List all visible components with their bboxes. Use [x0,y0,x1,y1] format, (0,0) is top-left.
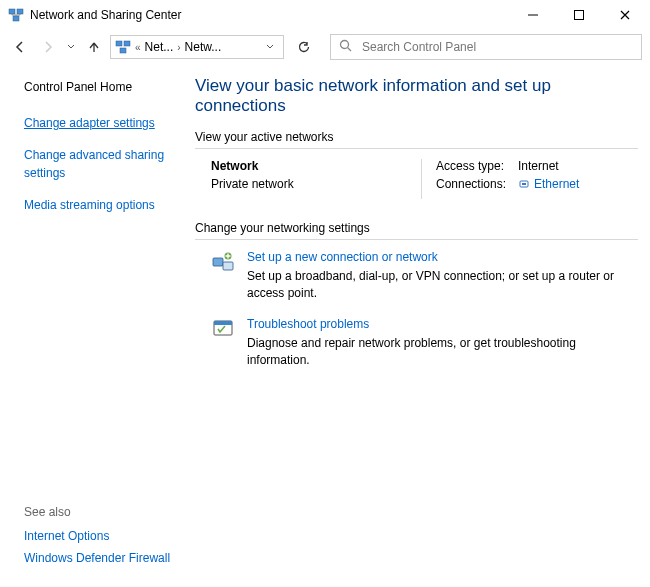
network-center-icon [115,39,131,55]
media-streaming-link[interactable]: Media streaming options [24,196,184,214]
titlebar: Network and Sharing Center [0,0,650,30]
svg-line-9 [348,48,352,52]
task-troubleshoot: Troubleshoot problems Diagnose and repai… [211,317,638,370]
task-setup-connection: Set up a new connection or network Set u… [211,250,638,303]
maximize-button[interactable] [556,0,602,30]
forward-button[interactable] [36,35,60,59]
svg-rect-16 [214,321,232,325]
svg-rect-0 [9,9,15,14]
change-adapter-settings-link[interactable]: Change adapter settings [24,114,184,132]
svg-rect-1 [17,9,23,14]
ethernet-icon [518,178,530,190]
recent-dropdown[interactable] [64,35,78,59]
troubleshoot-desc: Diagnose and repair network problems, or… [247,335,634,370]
network-name: Network [211,159,421,173]
windows-defender-firewall-link[interactable]: Windows Defender Firewall [24,551,170,565]
troubleshoot-icon [211,317,235,341]
svg-rect-13 [223,262,233,270]
divider [195,239,638,240]
connection-link[interactable]: Ethernet [518,177,579,191]
refresh-button[interactable] [290,35,318,59]
main-content: View your basic network information and … [195,64,650,587]
chevron-right-icon: › [177,42,180,53]
change-networking-label: Change your networking settings [195,221,638,235]
access-type-label: Access type: [436,159,518,173]
address-dropdown[interactable] [261,43,279,51]
network-center-icon [8,7,24,23]
search-input[interactable] [360,39,633,55]
divider-vertical [421,159,422,199]
svg-rect-5 [116,41,122,46]
address-bar[interactable]: « Net... › Netw... [110,35,284,59]
up-button[interactable] [82,35,106,59]
svg-rect-2 [13,16,19,21]
window-title: Network and Sharing Center [30,8,181,22]
breadcrumb-segment[interactable]: Netw... [185,40,222,54]
svg-rect-6 [124,41,130,46]
control-panel-home-link[interactable]: Control Panel Home [24,80,195,94]
svg-rect-4 [575,11,584,20]
svg-rect-12 [213,258,223,266]
svg-rect-11 [522,183,526,185]
internet-options-link[interactable]: Internet Options [24,529,170,543]
change-advanced-sharing-link[interactable]: Change advanced sharing settings [24,146,184,182]
network-type: Private network [211,177,421,191]
see-also: See also Internet Options Windows Defend… [24,505,170,573]
svg-rect-7 [120,48,126,53]
setup-connection-link[interactable]: Set up a new connection or network [247,250,438,264]
search-box[interactable] [330,34,642,60]
breadcrumb-root-chevron[interactable]: « [135,42,141,53]
sidebar: Control Panel Home Change adapter settin… [0,64,195,587]
divider [195,148,638,149]
breadcrumb-segment[interactable]: Net... [145,40,174,54]
see-also-header: See also [24,505,170,519]
setup-connection-icon [211,250,235,274]
connection-name: Ethernet [534,177,579,191]
svg-point-8 [341,41,349,49]
page-heading: View your basic network information and … [195,76,638,116]
troubleshoot-link[interactable]: Troubleshoot problems [247,317,369,331]
connections-label: Connections: [436,177,518,191]
minimize-button[interactable] [510,0,556,30]
setup-connection-desc: Set up a broadband, dial-up, or VPN conn… [247,268,634,303]
search-icon [339,39,352,55]
active-networks-label: View your active networks [195,130,638,144]
back-button[interactable] [8,35,32,59]
close-button[interactable] [602,0,648,30]
toolbar: « Net... › Netw... [0,30,650,64]
active-network-block: Network Private network Access type: Int… [211,159,638,199]
access-type-value: Internet [518,159,559,173]
